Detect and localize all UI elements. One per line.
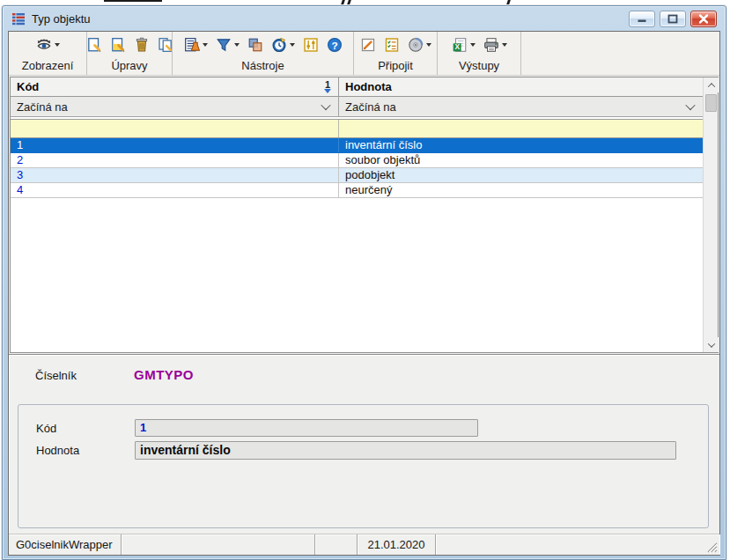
title-bar[interactable]: Typ objektu: [3, 6, 726, 31]
settings-button[interactable]: [300, 35, 321, 55]
status-module-cell: G0ciselnikWrapper: [9, 534, 122, 555]
sort-indicator: 1: [324, 81, 331, 93]
new-record-button[interactable]: [84, 35, 105, 55]
view-menu-button[interactable]: [33, 35, 63, 55]
new-record-icon: [86, 37, 102, 53]
svg-text:X: X: [454, 42, 460, 51]
scrollbar-thumb[interactable]: [705, 94, 717, 112]
filter-input-kod[interactable]: [11, 120, 339, 137]
cell-kod[interactable]: 3: [11, 168, 339, 182]
edit-record-icon: [110, 37, 126, 53]
filter-operator-label: Začíná na: [17, 100, 68, 114]
delete-record-button[interactable]: [131, 35, 152, 55]
grid-header-row: Kód 1 Hodnota: [11, 77, 703, 97]
history-button[interactable]: [269, 35, 298, 55]
eye-view-icon: [36, 37, 52, 53]
toolbar-group-label: Úpravy: [111, 59, 147, 73]
filter-input-hodnota[interactable]: [339, 120, 703, 137]
dropdown-arrow-icon: [234, 43, 240, 47]
cell-hodnota[interactable]: inventární číslo: [339, 138, 703, 152]
table-row[interactable]: 4 neurčený: [11, 183, 703, 198]
status-date-text: 21.01.2020: [367, 538, 424, 551]
history-clock-icon: [271, 37, 287, 53]
status-cell-empty: [122, 534, 315, 555]
cell-hodnota[interactable]: podobjekt: [339, 168, 703, 182]
minimize-button[interactable]: [629, 11, 655, 27]
status-date-cell: 21.01.2020: [358, 534, 436, 555]
edit-record-button[interactable]: [107, 35, 129, 55]
background-window-fragment: [506, 0, 511, 4]
scroll-down-button[interactable]: [704, 337, 719, 352]
cell-hodnota[interactable]: neurčený: [339, 183, 703, 197]
merge-squares-icon: [247, 37, 263, 53]
detail-groupbox: Kód 1 Hodnota inventární číslo: [18, 404, 709, 528]
screen: Typ objektu: [0, 0, 730, 560]
background-window-fragment: [341, 0, 345, 4]
settings-sliders-icon: [303, 37, 319, 53]
toolbar-group-upravy: Úpravy: [87, 32, 173, 75]
maximize-icon: [667, 14, 678, 24]
resize-grip[interactable]: [706, 542, 718, 553]
chevron-down-icon: [707, 340, 714, 347]
sort-order-number: 1: [325, 81, 330, 88]
export-excel-button[interactable]: X: [449, 35, 478, 55]
toolbar-group-nastroje: ? Nástroje: [173, 32, 354, 75]
toolbar: Zobrazení: [9, 32, 719, 76]
dropdown-arrow-icon: [55, 43, 60, 47]
close-button[interactable]: [690, 11, 717, 27]
toolbar-group-vystupy: X: [438, 32, 521, 75]
maximize-button[interactable]: [660, 11, 686, 27]
hodnota-field-label: Hodnota: [36, 444, 79, 457]
column-header-kod[interactable]: Kód 1: [11, 77, 339, 96]
data-view-icon: [184, 37, 200, 53]
vertical-scrollbar[interactable]: [703, 77, 718, 352]
cell-hodnota[interactable]: soubor objektů: [339, 153, 703, 167]
grid-filter-row: Začíná na Začíná na: [11, 97, 703, 117]
dropdown-arrow-icon: [203, 43, 208, 47]
sort-ascending-icon: [324, 89, 331, 93]
app-window: Typ objektu: [2, 5, 726, 560]
kod-field[interactable]: 1: [135, 419, 478, 437]
cell-kod[interactable]: 4: [11, 183, 339, 197]
chevron-up-icon: [707, 83, 714, 90]
printer-icon: [483, 37, 499, 53]
print-button[interactable]: [481, 35, 510, 55]
table-row[interactable]: 3 podobjekt: [11, 168, 703, 183]
toolbar-group-zobrazeni: Zobrazení: [9, 32, 87, 75]
notes-button[interactable]: [358, 35, 379, 55]
close-icon: [698, 14, 709, 24]
grid-empty-area: [11, 198, 703, 346]
background-window-fragment: [347, 0, 351, 4]
column-header-label: Kód: [17, 80, 39, 93]
note-pad-icon: [360, 37, 376, 53]
attachments-button[interactable]: [405, 35, 434, 55]
checklist-button[interactable]: [381, 35, 402, 55]
filter-operator-select-kod[interactable]: Začíná na: [11, 97, 339, 116]
filter-button[interactable]: [213, 35, 242, 55]
media-disc-icon: [408, 37, 424, 53]
detail-panel: Číselník GMTYPO Kód 1 Hodnota inventární…: [9, 354, 719, 534]
window-title: Typ objektu: [32, 12, 91, 26]
cell-kod[interactable]: 2: [11, 153, 339, 167]
column-header-hodnota[interactable]: Hodnota: [339, 77, 703, 96]
status-cell-empty: [436, 534, 719, 555]
cell-kod[interactable]: 1: [11, 138, 339, 152]
scroll-up-button[interactable]: [704, 77, 719, 92]
help-button[interactable]: ?: [324, 35, 345, 55]
background-window-fragment: [104, 0, 162, 2]
toolbar-group-label: Výstupy: [459, 59, 499, 73]
merge-button[interactable]: [245, 35, 266, 55]
window-controls: [629, 11, 720, 27]
data-view-button[interactable]: [181, 35, 210, 55]
table-row[interactable]: 2 soubor objektů: [11, 153, 703, 168]
table-row[interactable]: 1 inventární číslo: [11, 138, 703, 153]
filter-operator-select-hodnota[interactable]: Začíná na: [339, 97, 703, 116]
svg-text:?: ?: [331, 40, 337, 52]
status-cell-empty: [315, 534, 358, 555]
dropdown-arrow-icon: [502, 43, 507, 47]
checklist-icon: [384, 37, 400, 53]
excel-export-icon: X: [452, 37, 468, 53]
filter-operator-label: Začíná na: [345, 100, 396, 114]
delete-record-icon: [134, 37, 150, 53]
hodnota-field[interactable]: inventární číslo: [135, 441, 676, 460]
